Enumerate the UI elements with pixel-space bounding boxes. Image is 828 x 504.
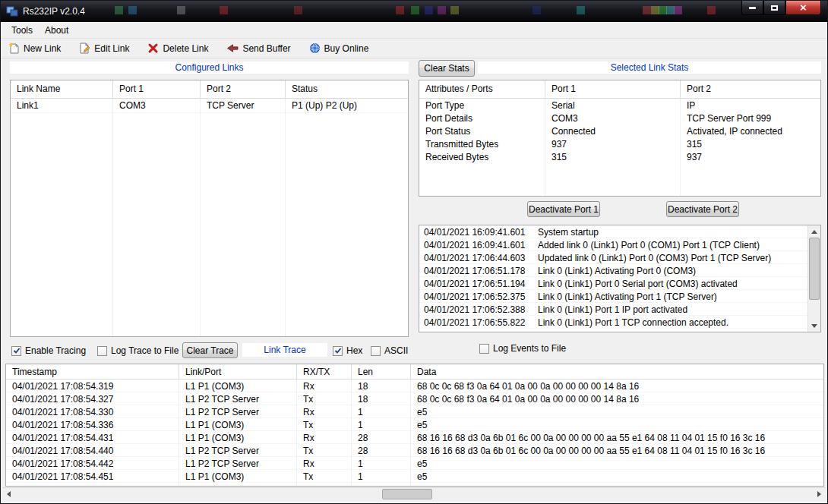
trace-cell[interactable]: L1 P1 (COM3) xyxy=(179,380,297,392)
trace-cell[interactable]: 18 xyxy=(352,380,411,392)
trace-cell[interactable]: 68 16 16 68 d3 0a 6b 01 6c 00 0a 00 00 0… xyxy=(411,431,823,444)
trace-header-link-port[interactable]: Link/Port xyxy=(179,364,297,380)
trace-cell[interactable]: Rx xyxy=(297,457,352,470)
hex-checkbox[interactable]: Hex xyxy=(333,345,362,356)
trace-cell[interactable]: e5 xyxy=(411,470,823,483)
trace-cell[interactable]: 68 16 16 68 d3 0a 6b 01 6c 00 0a 00 00 0… xyxy=(411,444,823,457)
minimize-button[interactable] xyxy=(741,1,763,15)
trace-cell[interactable]: 1 xyxy=(352,418,411,431)
stats-header-port2[interactable]: Port 2 xyxy=(681,80,820,99)
event-log-row[interactable]: 04/01/2021 17:06:51.194Link 0 (Link1) Po… xyxy=(419,277,807,290)
trace-cell[interactable]: 68 0c 0c 68 f3 0a 64 01 0a 00 0a 00 00 0… xyxy=(411,392,823,405)
trace-cell[interactable]: 04/01/2021 17:08:54.327 xyxy=(6,392,179,405)
event-log-row[interactable]: 04/01/2021 17:06:52.375Link 0 (Link1) Ac… xyxy=(419,290,807,303)
trace-cell[interactable]: L1 P1 (COM3) xyxy=(179,470,297,483)
trace-cell[interactable]: 04/01/2021 17:08:54.431 xyxy=(6,431,179,444)
trace-cell[interactable]: Tx xyxy=(297,418,352,431)
enable-tracing-checkbox[interactable]: Enable Tracing xyxy=(11,345,86,356)
trace-header-data[interactable]: Data xyxy=(411,364,823,380)
trace-cell[interactable]: 28 xyxy=(352,444,411,457)
trace-cell[interactable]: 18 xyxy=(352,392,411,405)
trace-cell[interactable]: 04/01/2021 17:08:54.440 xyxy=(6,444,179,457)
trace-header-len[interactable]: Len xyxy=(352,364,411,380)
trace-header-timestamp[interactable]: Timestamp xyxy=(6,364,179,380)
scroll-right-arrow[interactable] xyxy=(813,488,826,500)
trace-cell[interactable]: Rx xyxy=(297,405,352,418)
trace-cell[interactable]: 04/01/2021 17:08:54.330 xyxy=(6,405,179,418)
trace-cell[interactable]: Tx xyxy=(297,470,352,483)
clear-trace-button[interactable]: Clear Trace xyxy=(182,342,238,358)
new-link-button[interactable]: New Link xyxy=(8,43,61,54)
configured-links-table[interactable]: Link Name Port 1 Port 2 Status Link1 COM… xyxy=(10,80,409,337)
buy-online-button[interactable]: Buy Online xyxy=(309,43,369,54)
trace-cell[interactable]: L1 P2 TCP Server xyxy=(179,457,297,470)
trace-cell[interactable]: L1 P1 (COM3) xyxy=(179,431,297,444)
trace-cell[interactable]: 68 0c 0c 68 f3 0a 64 01 0a 00 0a 00 00 0… xyxy=(411,380,823,392)
event-log[interactable]: 04/01/2021 16:09:41.601System startup 04… xyxy=(419,225,821,332)
stats-header-port1[interactable]: Port 1 xyxy=(545,80,681,99)
edit-link-button[interactable]: Edit Link xyxy=(79,43,129,54)
event-log-row[interactable]: 04/01/2021 17:06:51.178Link 0 (Link1) Ac… xyxy=(419,264,807,277)
link-stats-table[interactable]: Attributes / Ports Port 1 Port 2 Port Ty… xyxy=(419,80,821,197)
column-header-status[interactable]: Status xyxy=(286,80,408,99)
trace-cell[interactable]: L1 P2 TCP Server xyxy=(179,392,297,405)
event-log-row[interactable]: 04/01/2021 16:09:41.601Added link 0 (Lin… xyxy=(419,238,807,251)
menu-about[interactable]: About xyxy=(39,23,74,38)
event-log-scrollbar[interactable] xyxy=(807,225,820,332)
column-header-link-name[interactable]: Link Name xyxy=(11,80,113,99)
trace-cell[interactable]: 04/01/2021 17:08:54.451 xyxy=(6,470,179,483)
column-header-port2[interactable]: Port 2 xyxy=(201,80,286,99)
scrollbar-thumb[interactable] xyxy=(809,238,820,300)
trace-cell[interactable]: 04/01/2021 17:08:54.336 xyxy=(6,418,179,431)
ascii-checkbox[interactable]: ASCII xyxy=(371,345,408,356)
clear-stats-button[interactable]: Clear Stats xyxy=(419,60,475,77)
column-header-port1[interactable]: Port 1 xyxy=(113,80,201,99)
trace-cell[interactable]: 1 xyxy=(352,457,411,470)
event-log-row[interactable]: 04/01/2021 17:06:44.603Updated link 0 (L… xyxy=(419,251,807,264)
trace-cell[interactable]: Rx xyxy=(297,431,352,444)
stats-cell: 315 xyxy=(681,137,820,150)
checkbox-box xyxy=(479,344,489,354)
close-button[interactable]: × xyxy=(785,1,821,15)
titlebar[interactable]: Rs232IP v2.0.4 × xyxy=(1,1,827,22)
trace-cell[interactable]: 1 xyxy=(352,405,411,418)
deactivate-port2-button[interactable]: Deactivate Port 2 xyxy=(666,201,739,217)
send-buffer-button[interactable]: Send Buffer xyxy=(226,43,290,54)
event-log-row[interactable]: 04/01/2021 17:06:55.822Link 0 (Link1) Po… xyxy=(419,316,807,329)
trace-table[interactable]: Timestamp Link/Port RX/TX Len Data 04/01… xyxy=(5,364,824,487)
trace-cell[interactable]: 28 xyxy=(352,431,411,444)
trace-header-rxtx[interactable]: RX/TX xyxy=(297,364,352,380)
trace-cell[interactable]: e5 xyxy=(411,457,823,470)
log-trace-to-file-checkbox[interactable]: Log Trace to File xyxy=(97,345,179,356)
trace-cell[interactable]: Rx xyxy=(297,380,352,392)
maximize-button[interactable] xyxy=(763,1,785,15)
trace-cell[interactable]: e5 xyxy=(411,418,823,431)
trace-cell[interactable]: e5 xyxy=(411,405,823,418)
scrollbar-track[interactable] xyxy=(808,238,820,320)
delete-link-button[interactable]: Delete Link xyxy=(147,43,208,54)
link-row-cell[interactable]: TCP Server xyxy=(201,99,286,113)
deactivate-port1-button[interactable]: Deactivate Port 1 xyxy=(527,201,600,217)
trace-cell[interactable]: 04/01/2021 17:08:54.319 xyxy=(6,380,179,392)
event-log-row[interactable]: 04/01/2021 17:06:52.388Link 0 (Link1) Po… xyxy=(419,303,807,316)
scroll-down-arrow[interactable] xyxy=(808,320,820,332)
event-log-row[interactable]: 04/01/2021 16:09:41.601System startup xyxy=(419,225,807,238)
hscrollbar-thumb[interactable] xyxy=(382,489,432,499)
trace-cell[interactable]: 04/01/2021 17:08:54.442 xyxy=(6,457,179,470)
scroll-left-arrow[interactable] xyxy=(2,488,15,500)
link-row-cell[interactable]: P1 (Up) P2 (Up) xyxy=(286,99,408,113)
trace-cell[interactable]: L1 P2 TCP Server xyxy=(179,444,297,457)
link-row-cell[interactable]: COM3 xyxy=(113,99,201,113)
scroll-up-arrow[interactable] xyxy=(808,225,820,238)
stats-header-attributes[interactable]: Attributes / Ports xyxy=(419,80,545,99)
trace-cell[interactable]: Tx xyxy=(297,444,352,457)
menu-tools[interactable]: Tools xyxy=(5,23,39,38)
trace-cell[interactable]: Tx xyxy=(297,392,352,405)
trace-cell[interactable]: L1 P1 (COM3) xyxy=(179,418,297,431)
stats-cell: Activated, IP connected xyxy=(681,124,820,137)
trace-cell[interactable]: L1 P2 TCP Server xyxy=(179,405,297,418)
trace-horizontal-scrollbar[interactable] xyxy=(2,487,826,500)
link-row-cell[interactable]: Link1 xyxy=(11,99,113,113)
log-events-to-file-checkbox[interactable]: Log Events to File xyxy=(479,343,566,354)
trace-cell[interactable]: 1 xyxy=(352,470,411,483)
